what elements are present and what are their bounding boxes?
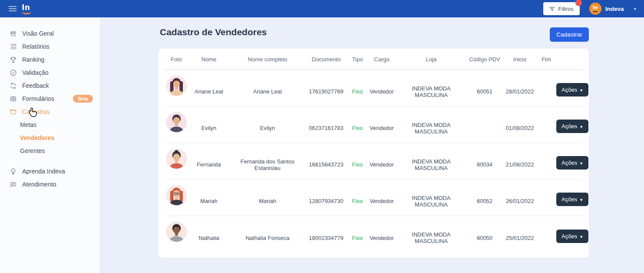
actions-button[interactable]: Ações▼ xyxy=(556,230,588,243)
sidebar-item-aprenda-indeva[interactable]: Aprenda Indeva xyxy=(0,165,100,178)
vendor-codigo-pdv: 60034 xyxy=(466,154,503,168)
topbar: In Filtros In Indeva ▾ xyxy=(0,0,644,17)
vendor-tipo: Fixo xyxy=(348,191,367,204)
sidebar-item-label: Cadastros xyxy=(22,108,50,115)
sidebar-item-label: Atendimento xyxy=(22,181,56,188)
trophy-icon xyxy=(10,56,17,63)
vendor-documento: 17619027769 xyxy=(304,81,348,95)
column-header-foto: Foto xyxy=(165,56,187,63)
lightbulb-icon xyxy=(10,168,17,175)
sidebar-subitem-vendedores[interactable]: Vendedores xyxy=(0,131,100,144)
column-header-loja: Loja xyxy=(396,56,466,63)
vendor-photo-cell xyxy=(165,222,187,242)
storefront-icon xyxy=(10,30,17,37)
app-logo[interactable]: In xyxy=(22,3,33,14)
vendor-avatar xyxy=(166,222,187,242)
sidebar-item-label: Aprenda Indeva xyxy=(22,168,65,175)
column-header-fim: Fim xyxy=(536,56,556,63)
vendor-actions-cell: Ações▼ xyxy=(556,153,588,170)
user-menu[interactable]: In Indeva ▾ xyxy=(589,3,636,15)
beta-badge: Beta xyxy=(73,95,93,103)
register-button[interactable]: Cadastrar xyxy=(550,27,589,42)
filters-label: Filtros xyxy=(558,6,573,12)
sidebar-item-formularios[interactable]: Formulários Beta xyxy=(0,92,100,105)
vendor-actions-cell: Ações▼ xyxy=(556,80,588,97)
sidebar-item-label: Feedback xyxy=(22,82,49,89)
sidebar-item-label: Relatórios xyxy=(22,43,50,50)
sidebar-item-label: Validação xyxy=(22,69,48,76)
logo-text: In xyxy=(22,3,30,12)
vendor-documento: 18002334779 xyxy=(304,228,348,241)
actions-button[interactable]: Ações▼ xyxy=(556,83,588,97)
vendor-photo-cell xyxy=(165,185,187,206)
vendor-inicio: 26/01/2022 xyxy=(503,191,536,204)
sidebar-subitem-label: Gerentes xyxy=(20,147,45,154)
sidebar-item-validacao[interactable]: Validação xyxy=(0,66,100,79)
sidebar-item-relatorios[interactable]: Relatórios xyxy=(0,40,100,53)
vendor-avatar xyxy=(166,149,187,169)
actions-button[interactable]: Ações▼ xyxy=(556,120,588,133)
vendor-cargo: Vendedor xyxy=(367,154,396,168)
vendor-cargo: Vendedor xyxy=(367,118,396,131)
sidebar-item-visao-geral[interactable]: Visão Geral xyxy=(0,27,100,40)
vendor-inicio: 01/08/2022 xyxy=(503,118,536,131)
vendor-inicio: 21/08/2022 xyxy=(503,154,536,168)
vendor-loja: INDEVA MODA MASCULINA xyxy=(396,188,466,208)
sidebar-subitem-label: Vendedores xyxy=(20,134,54,141)
vendor-actions-cell: Ações▼ xyxy=(556,116,588,133)
sidebar-item-ranking[interactable]: Ranking xyxy=(0,53,100,66)
vendor-loja: INDEVA MODA MASCULINA xyxy=(396,151,466,171)
vendor-nome-completo: Fernanda dos Santos Estanislau xyxy=(231,151,304,171)
notification-dot xyxy=(575,0,582,6)
vendor-codigo-pdv: 60051 xyxy=(466,81,503,95)
table-row: Nathalia Nathalia Fonseca 18002334779 Fi… xyxy=(165,216,583,253)
sidebar-subitem-label: Metas xyxy=(20,121,36,128)
vendor-cargo: Vendedor xyxy=(367,228,396,241)
vendor-tipo: Fixo xyxy=(348,81,367,95)
vendor-nome-completo: Nathalia Fonseca xyxy=(231,228,304,241)
vendor-fim xyxy=(536,231,556,238)
vendor-loja: INDEVA MODA MASCULINA xyxy=(396,224,466,244)
table-row: Mariah Mariah 12807934730 Fixo Vendedor … xyxy=(165,180,583,216)
vendor-documento: 16615643723 xyxy=(304,154,348,168)
funnel-icon xyxy=(549,6,555,12)
sidebar-subitem-metas[interactable]: Metas xyxy=(0,118,100,131)
sidebar-item-feedback[interactable]: Feedback xyxy=(0,79,100,92)
vendor-tipo: Fixo xyxy=(348,228,367,241)
actions-button[interactable]: Ações▼ xyxy=(556,156,588,170)
sidebar-subitem-gerentes[interactable]: Gerentes xyxy=(0,144,100,157)
table-row: Evilyn Evilyn 06237161783 Fixo Vendedor … xyxy=(165,107,583,143)
vendor-nome: Nathalia xyxy=(187,228,231,241)
vendor-photo-cell xyxy=(165,149,187,169)
actions-button[interactable]: Ações▼ xyxy=(556,193,588,206)
vendor-actions-cell: Ações▼ xyxy=(556,226,588,243)
vendors-table-card: Foto Nome Nome completo Documento Tipo C… xyxy=(159,49,589,258)
table-body: Ariane Leal Ariane Leal 17619027769 Fixo… xyxy=(159,70,589,253)
user-avatar: In xyxy=(589,3,601,15)
vendor-cargo: Vendedor xyxy=(367,191,396,204)
column-header-nome-completo: Nome completo xyxy=(231,56,304,63)
sidebar-item-label: Visão Geral xyxy=(22,30,54,37)
vendor-codigo-pdv: 60052 xyxy=(466,191,503,204)
vendor-inicio: 28/01/2022 xyxy=(503,81,536,95)
vendor-avatar xyxy=(166,112,187,133)
chat-icon xyxy=(10,181,17,188)
column-header-nome: Nome xyxy=(187,56,231,63)
vendor-cargo: Vendedor xyxy=(367,81,396,95)
vendor-loja: INDEVA MODA MASCULINA xyxy=(396,78,466,98)
sidebar-item-cadastros[interactable]: Cadastros xyxy=(0,105,100,118)
vendor-avatar xyxy=(166,185,187,206)
chevron-down-icon[interactable]: ▾ xyxy=(634,6,636,12)
vendor-nome: Evilyn xyxy=(187,118,231,131)
vendor-fim xyxy=(536,85,556,92)
vendor-actions-cell: Ações▼ xyxy=(556,189,588,206)
vendor-nome-completo: Ariane Leal xyxy=(231,81,304,95)
vendor-photo-cell xyxy=(165,112,187,133)
sidebar-item-atendimento[interactable]: Atendimento xyxy=(0,178,100,191)
sync-icon xyxy=(10,82,17,90)
folder-open-icon xyxy=(10,108,17,116)
column-header-tipo: Tipo xyxy=(348,56,367,63)
vendor-fim xyxy=(536,158,556,165)
filters-button[interactable]: Filtros xyxy=(543,2,579,15)
hamburger-menu-icon[interactable] xyxy=(9,5,17,13)
